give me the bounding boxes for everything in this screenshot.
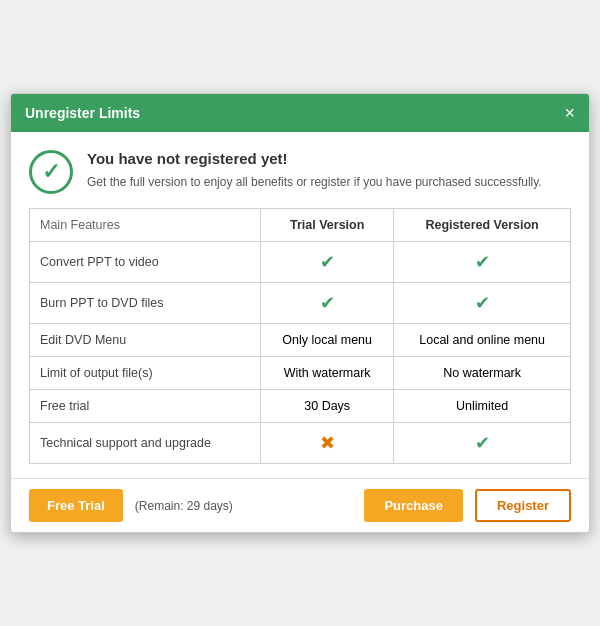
title-bar: Unregister Limits × — [11, 94, 589, 132]
table-container: Main Features Trial Version Registered V… — [11, 208, 589, 478]
check-icon: ✔ — [475, 293, 490, 313]
check-icon: ✔ — [320, 252, 335, 272]
table-row: Burn PPT to DVD files ✔ ✔ — [30, 283, 571, 324]
trial-value: ✔ — [261, 283, 394, 324]
table-row: Edit DVD Menu Only local menu Local and … — [30, 324, 571, 357]
header-section: ✓ You have not registered yet! Get the f… — [11, 132, 589, 208]
header-title: You have not registered yet! — [87, 150, 542, 167]
registered-value: ✔ — [394, 283, 571, 324]
trial-value: With watermark — [261, 357, 394, 390]
remain-text: (Remain: 29 days) — [135, 499, 353, 513]
table-row: Technical support and upgrade ✖ ✔ — [30, 423, 571, 464]
trial-value: 30 Days — [261, 390, 394, 423]
feature-label: Free trial — [30, 390, 261, 423]
header-description: Get the full version to enjoy all benefi… — [87, 173, 542, 191]
col-feature-header: Main Features — [30, 209, 261, 242]
trial-value: ✖ — [261, 423, 394, 464]
feature-label: Technical support and upgrade — [30, 423, 261, 464]
free-trial-button[interactable]: Free Trial — [29, 489, 123, 522]
col-trial-header: Trial Version — [261, 209, 394, 242]
header-text: You have not registered yet! Get the ful… — [87, 150, 542, 191]
purchase-button[interactable]: Purchase — [364, 489, 463, 522]
registered-value: No watermark — [394, 357, 571, 390]
table-header-row: Main Features Trial Version Registered V… — [30, 209, 571, 242]
check-circle-icon: ✓ — [29, 150, 73, 194]
trial-value: ✔ — [261, 242, 394, 283]
feature-label: Edit DVD Menu — [30, 324, 261, 357]
registered-value: ✔ — [394, 242, 571, 283]
dialog: Unregister Limits × ✓ You have not regis… — [10, 93, 590, 533]
cross-icon: ✖ — [320, 433, 335, 453]
close-button[interactable]: × — [564, 104, 575, 122]
registered-value: Local and online menu — [394, 324, 571, 357]
footer: Free Trial (Remain: 29 days) Purchase Re… — [11, 478, 589, 532]
register-button[interactable]: Register — [475, 489, 571, 522]
registered-value: ✔ — [394, 423, 571, 464]
trial-value: Only local menu — [261, 324, 394, 357]
table-row: Free trial 30 Days Unlimited — [30, 390, 571, 423]
feature-label: Limit of output file(s) — [30, 357, 261, 390]
dialog-title: Unregister Limits — [25, 105, 140, 121]
check-icon: ✔ — [320, 293, 335, 313]
registered-value: Unlimited — [394, 390, 571, 423]
check-icon: ✔ — [475, 252, 490, 272]
features-table: Main Features Trial Version Registered V… — [29, 208, 571, 464]
col-registered-header: Registered Version — [394, 209, 571, 242]
table-row: Convert PPT to video ✔ ✔ — [30, 242, 571, 283]
feature-label: Burn PPT to DVD files — [30, 283, 261, 324]
check-icon: ✔ — [475, 433, 490, 453]
feature-label: Convert PPT to video — [30, 242, 261, 283]
table-row: Limit of output file(s) With watermark N… — [30, 357, 571, 390]
